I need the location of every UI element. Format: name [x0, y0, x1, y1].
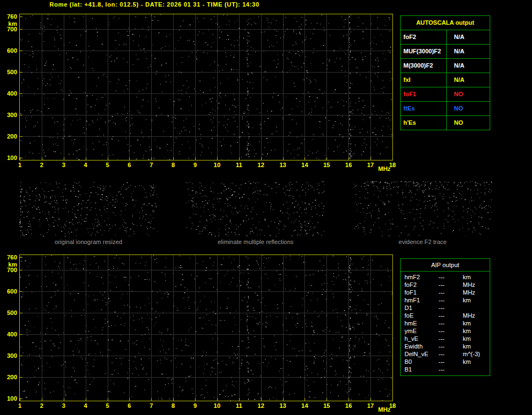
aip-param-value: ---: [439, 296, 463, 304]
aip-param-unit: km: [463, 342, 490, 350]
y-tick-label: 100: [1, 155, 17, 161]
autoscala-param-value: NO: [447, 87, 490, 101]
x-tick-label: 9: [193, 162, 197, 168]
autoscala-param-value: N/A: [447, 73, 490, 87]
aip-row-Ewidth: Ewidth---km: [401, 342, 490, 350]
y-tick-label: 500: [1, 69, 17, 75]
x-tick-label: 13: [279, 403, 286, 409]
x-tick-label: 11: [236, 403, 242, 409]
autoscala-row-M(3000)F2: M(3000)F2N/A: [401, 59, 490, 73]
y-tick-label: 200: [1, 134, 17, 140]
aip-param-unit: [463, 366, 490, 373]
autoscala-param-label: foF1: [401, 87, 447, 101]
aip-output-table: AIP output hmF2---kmfoF2---MHzfoF1---MHz…: [400, 258, 490, 376]
aip-row-h_vE: h_vE---km: [401, 335, 490, 342]
aip-param-unit: km: [463, 319, 490, 327]
x-tick-label: 5: [106, 403, 109, 409]
x-axis-unit-label: MHz: [378, 406, 391, 413]
autoscala-row-MUF(3000)F2: MUF(3000)F2N/A: [401, 45, 490, 59]
aip-param-label: foE: [401, 312, 439, 319]
autoscala-param-label: h'Es: [401, 116, 447, 130]
x-tick-label: 6: [128, 403, 131, 409]
y-tick-label: 300: [1, 112, 17, 118]
x-tick-label: 13: [279, 162, 286, 168]
aip-param-value: ---: [439, 342, 463, 350]
y-tick-label: 500: [1, 310, 17, 316]
aip-row-foF2: foF2---MHz: [401, 281, 490, 289]
aip-table-header: AIP output: [401, 259, 490, 272]
thumbnail-eliminate-canvas: [186, 181, 325, 236]
aip-param-unit: MHz: [463, 289, 490, 296]
aip-param-unit: km: [463, 335, 490, 342]
y-axis-unit-label: km: [1, 262, 17, 268]
autoscala-param-value: NO: [447, 116, 490, 130]
y-tick-label: 700: [1, 26, 17, 32]
x-tick-label: 16: [345, 162, 352, 168]
x-tick-label: 2: [40, 162, 43, 168]
x-tick-label: 16: [345, 403, 352, 409]
aip-param-label: B0: [401, 358, 439, 366]
aip-row-hmF1: hmF1---km: [401, 296, 490, 304]
thumbnail-evidence-canvas: [353, 181, 492, 236]
autoscala-row-foF2: foF2N/A: [401, 30, 490, 45]
x-tick-label: 1: [18, 162, 21, 168]
autoscala-param-label: MUF(3000)F2: [401, 45, 447, 58]
thumbnail-caption-eliminate: eliminate multiple reflections: [186, 239, 325, 245]
aip-param-label: D1: [401, 304, 439, 312]
ionogram-top-panel: 760700600500400300200100km12345678910111…: [19, 14, 393, 161]
aip-param-label: Ewidth: [401, 342, 439, 350]
x-tick-label: 12: [258, 403, 264, 409]
x-tick-label: 10: [214, 162, 220, 168]
aip-param-value: ---: [439, 289, 463, 296]
aip-param-value: ---: [439, 319, 463, 327]
aip-param-unit: [463, 304, 490, 312]
x-tick-label: 1: [18, 403, 21, 409]
autoscala-param-value: N/A: [447, 45, 490, 58]
x-tick-label: 15: [323, 403, 330, 409]
autoscala-param-label: foF2: [401, 30, 447, 44]
ionogram-top-canvas: [20, 14, 392, 160]
x-tick-label: 12: [258, 162, 264, 168]
x-tick-label: 4: [84, 162, 87, 168]
aip-param-value: ---: [439, 335, 463, 342]
aip-param-label: ymE: [401, 327, 439, 335]
aip-param-value: ---: [439, 327, 463, 335]
x-tick-label: 14: [301, 162, 308, 168]
x-tick-label: 7: [149, 403, 153, 409]
y-tick-label: 600: [1, 289, 17, 295]
station-date-time-title: Rome (lat: +41.8, lon: 012.5) - DATE: 20…: [49, 1, 259, 8]
y-tick-label: 300: [1, 353, 17, 359]
y-tick-label: 400: [1, 331, 17, 337]
x-tick-label: 4: [84, 403, 87, 409]
y-tick-label: 200: [1, 374, 17, 380]
ionogram-bottom-panel: 760700600500400300200100km12345678910111…: [19, 254, 393, 401]
aip-param-label: h_vE: [401, 335, 439, 342]
thumbnail-caption-original: original ionogram resized: [19, 239, 158, 245]
x-tick-label: 17: [367, 403, 374, 409]
x-tick-label: 2: [40, 403, 43, 409]
x-tick-label: 3: [62, 403, 65, 409]
aip-row-hmE: hmE---km: [401, 319, 490, 327]
autoscala-table-rows: foF2N/AMUF(3000)F2N/AM(3000)F2N/AfxIN/Af…: [401, 30, 490, 130]
thumbnail-original-ionogram: [19, 181, 158, 236]
aip-row-hmF2: hmF2---km: [401, 273, 490, 281]
aip-param-unit: MHz: [463, 312, 490, 319]
aip-param-value: ---: [439, 281, 463, 289]
x-tick-label: 3: [62, 162, 65, 168]
aip-param-unit: km: [463, 296, 490, 304]
aip-param-unit: km: [463, 358, 490, 366]
autoscala-screen: Rome (lat: +41.8, lon: 012.5) - DATE: 20…: [0, 0, 532, 415]
x-tick-label: 10: [214, 403, 220, 409]
autoscala-table-header: AUTOSCALA output: [401, 16, 490, 30]
aip-param-value: ---: [439, 312, 463, 319]
aip-param-label: hmF2: [401, 273, 439, 281]
aip-param-value: ---: [439, 366, 463, 373]
aip-row-DelN_vE: DelN_vE---m^(-3): [401, 350, 490, 358]
autoscala-output-table: AUTOSCALA output foF2N/AMUF(3000)F2N/AM(…: [400, 15, 490, 130]
aip-param-value: ---: [439, 350, 463, 358]
aip-row-ymE: ymE---km: [401, 327, 490, 335]
x-tick-label: 15: [323, 162, 330, 168]
ionogram-bottom-canvas: [20, 255, 392, 401]
autoscala-row-foF1: foF1NO: [401, 87, 490, 102]
y-tick-label: 600: [1, 48, 17, 54]
